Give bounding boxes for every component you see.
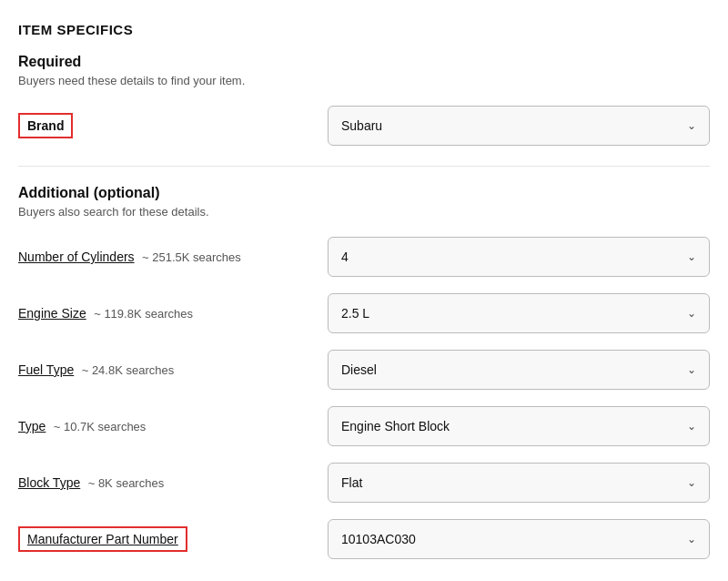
type-searches: ~ 10.7K searches bbox=[54, 420, 147, 433]
required-subtitle: Buyers need these details to find your i… bbox=[18, 74, 710, 87]
engine-size-field-row: Engine Size ~ 119.8K searches 2.5 L ⌄ bbox=[18, 291, 710, 335]
page-container: ITEM SPECIFICS Required Buyers need thes… bbox=[18, 22, 710, 561]
mfr-part-label-container: Manufacturer Part Number bbox=[18, 526, 328, 552]
fuel-type-dropdown[interactable]: Diesel ⌄ bbox=[328, 350, 710, 390]
mfr-part-value: 10103AC030 bbox=[341, 532, 416, 546]
engine-size-chevron-icon: ⌄ bbox=[687, 307, 696, 320]
cylinders-field-row: Number of Cylinders ~ 251.5K searches 4 … bbox=[18, 235, 710, 279]
mfr-part-chevron-icon: ⌄ bbox=[687, 533, 696, 545]
block-type-label: Block Type bbox=[18, 475, 80, 490]
brand-dropdown[interactable]: Subaru ⌄ bbox=[328, 106, 710, 146]
cylinders-label: Number of Cylinders bbox=[18, 250, 135, 264]
brand-value: Subaru bbox=[341, 118, 382, 133]
fuel-type-value: Diesel bbox=[341, 362, 377, 377]
fuel-type-chevron-icon: ⌄ bbox=[687, 363, 696, 376]
section-title: ITEM SPECIFICS bbox=[18, 22, 710, 37]
additional-section: Additional (optional) Buyers also search… bbox=[18, 185, 710, 561]
block-type-field-row: Block Type ~ 8K searches Flat ⌄ bbox=[18, 461, 710, 505]
cylinders-chevron-icon: ⌄ bbox=[687, 250, 696, 263]
engine-size-searches: ~ 119.8K searches bbox=[94, 307, 193, 321]
required-section: Required Buyers need these details to fi… bbox=[18, 54, 710, 148]
cylinders-label-container: Number of Cylinders ~ 251.5K searches bbox=[18, 249, 328, 265]
fuel-type-field-row: Fuel Type ~ 24.8K searches Diesel ⌄ bbox=[18, 348, 710, 392]
block-type-searches: ~ 8K searches bbox=[88, 476, 164, 490]
block-type-chevron-icon: ⌄ bbox=[687, 476, 696, 489]
cylinders-searches: ~ 251.5K searches bbox=[142, 250, 241, 264]
section-divider bbox=[18, 166, 710, 167]
engine-size-value: 2.5 L bbox=[341, 306, 369, 321]
block-type-dropdown[interactable]: Flat ⌄ bbox=[328, 463, 710, 503]
cylinders-dropdown[interactable]: 4 ⌄ bbox=[328, 237, 710, 277]
brand-chevron-icon: ⌄ bbox=[687, 119, 696, 132]
type-dropdown[interactable]: Engine Short Block ⌄ bbox=[328, 406, 710, 446]
type-label: Type bbox=[18, 419, 46, 433]
additional-heading: Additional (optional) bbox=[18, 185, 710, 201]
brand-label: Brand bbox=[18, 113, 73, 138]
cylinders-value: 4 bbox=[341, 250, 349, 264]
type-field-row: Type ~ 10.7K searches Engine Short Block… bbox=[18, 404, 710, 448]
mfr-part-dropdown[interactable]: 10103AC030 ⌄ bbox=[328, 519, 710, 559]
fuel-type-label: Fuel Type bbox=[18, 362, 74, 377]
additional-subtitle: Buyers also search for these details. bbox=[18, 205, 710, 219]
engine-size-label: Engine Size bbox=[18, 306, 86, 321]
block-type-label-container: Block Type ~ 8K searches bbox=[18, 474, 328, 491]
fuel-type-searches: ~ 24.8K searches bbox=[82, 363, 175, 377]
brand-field-row: Brand Subaru ⌄ bbox=[18, 104, 710, 148]
type-value: Engine Short Block bbox=[341, 419, 450, 433]
block-type-value: Flat bbox=[341, 475, 362, 490]
mfr-part-field-row: Manufacturer Part Number 10103AC030 ⌄ bbox=[18, 517, 710, 561]
fuel-type-label-container: Fuel Type ~ 24.8K searches bbox=[18, 362, 328, 378]
mfr-part-label: Manufacturer Part Number bbox=[18, 526, 187, 552]
engine-size-label-container: Engine Size ~ 119.8K searches bbox=[18, 305, 328, 321]
brand-label-container: Brand bbox=[18, 113, 328, 138]
required-heading: Required bbox=[18, 54, 710, 70]
type-chevron-icon: ⌄ bbox=[687, 420, 696, 433]
engine-size-dropdown[interactable]: 2.5 L ⌄ bbox=[328, 293, 710, 333]
type-label-container: Type ~ 10.7K searches bbox=[18, 418, 328, 434]
